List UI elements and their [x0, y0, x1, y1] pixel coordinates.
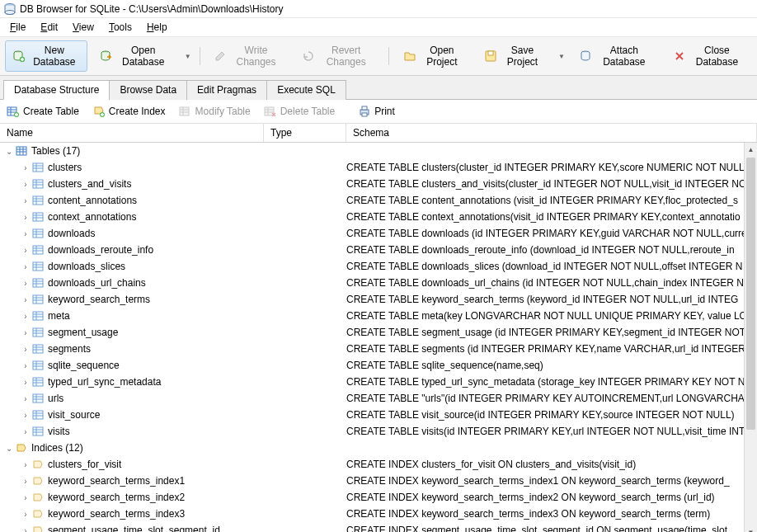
group-index[interactable]: ⌄Indices (12): [0, 440, 757, 456]
menu-edit[interactable]: Edit: [34, 20, 64, 35]
tree-body[interactable]: ⌄Tables (17)›clustersCREATE TABLE cluste…: [0, 143, 757, 532]
delete-table-button[interactable]: Delete Table: [264, 105, 336, 118]
expander-icon[interactable]: ›: [20, 394, 31, 403]
row-schema: CREATE INDEX keyword_search_terms_index1…: [346, 475, 757, 487]
table-row[interactable]: ›typed_url_sync_metadataCREATE TABLE typ…: [0, 374, 757, 390]
index-row[interactable]: ›segment_usage_time_slot_segment_idCREAT…: [0, 522, 757, 532]
column-type[interactable]: Type: [264, 124, 346, 142]
svg-rect-18: [33, 180, 43, 188]
expander-icon[interactable]: ›: [20, 361, 31, 370]
group-table[interactable]: ⌄Tables (17): [0, 143, 757, 159]
close-database-button[interactable]: Close Database: [665, 40, 752, 72]
open-project-button[interactable]: Open Project: [396, 40, 472, 72]
scrollbar-thumb[interactable]: [746, 158, 755, 430]
menu-help[interactable]: Help: [140, 20, 174, 35]
open-database-dropdown[interactable]: ▼: [183, 53, 193, 60]
expander-icon[interactable]: ›: [20, 477, 31, 486]
tab-execute-sql[interactable]: Execute SQL: [266, 80, 346, 100]
column-name[interactable]: Name: [0, 124, 264, 142]
index-row[interactable]: ›keyword_search_terms_index1CREATE INDEX…: [0, 473, 757, 489]
index-row[interactable]: ›keyword_search_terms_index3CREATE INDEX…: [0, 506, 757, 522]
expander-icon[interactable]: ›: [20, 427, 31, 436]
svg-rect-21: [33, 229, 43, 238]
modify-table-label: Modify Table: [195, 106, 251, 117]
tab-edit-pragmas[interactable]: Edit Pragmas: [186, 80, 267, 100]
expander-icon[interactable]: ›: [20, 279, 31, 288]
expander-icon[interactable]: ›: [20, 246, 31, 255]
toolbar-separator: [388, 47, 389, 65]
table-row[interactable]: ›downloadsCREATE TABLE downloads (id INT…: [0, 225, 757, 242]
row-label: segment_usage_time_slot_segment_id: [48, 525, 220, 532]
print-button[interactable]: Print: [358, 105, 395, 118]
expander-icon[interactable]: ›: [20, 180, 31, 189]
scrollbar-down-icon[interactable]: ▼: [745, 525, 757, 532]
expander-icon[interactable]: ›: [20, 493, 31, 502]
tab-browse-data[interactable]: Browse Data: [109, 80, 187, 100]
expander-icon[interactable]: ›: [20, 262, 31, 271]
row-schema: CREATE TABLE visit_source(id INTEGER PRI…: [346, 409, 757, 421]
expander-icon[interactable]: ›: [20, 229, 31, 238]
table-row[interactable]: ›clustersCREATE TABLE clusters(cluster_i…: [0, 159, 757, 176]
menu-view[interactable]: View: [66, 20, 101, 35]
expander-icon[interactable]: ›: [20, 213, 31, 222]
index-icon: [31, 507, 45, 520]
save-project-dropdown[interactable]: ▼: [557, 53, 567, 60]
menu-tools[interactable]: Tools: [102, 20, 139, 35]
expander-icon[interactable]: ›: [20, 163, 31, 172]
table-row[interactable]: ›content_annotationsCREATE TABLE content…: [0, 192, 757, 209]
menu-file[interactable]: File: [3, 20, 32, 35]
table-row[interactable]: ›urlsCREATE TABLE "urls"(id INTEGER PRIM…: [0, 390, 757, 407]
tab-database-structure[interactable]: Database Structure: [3, 80, 110, 100]
expander-icon[interactable]: ›: [20, 345, 31, 354]
row-schema: CREATE TABLE segments (id INTEGER PRIMAR…: [346, 343, 757, 355]
table-row[interactable]: ›clusters_and_visitsCREATE TABLE cluster…: [0, 176, 757, 192]
create-table-button[interactable]: Create Table: [7, 105, 79, 118]
table-row[interactable]: ›downloads_reroute_infoCREATE TABLE down…: [0, 242, 757, 258]
scrollbar[interactable]: ▲ ▼: [744, 143, 757, 532]
expander-icon[interactable]: ›: [20, 460, 31, 469]
expander-icon[interactable]: ›: [20, 328, 31, 337]
create-index-button[interactable]: Create Index: [92, 105, 166, 118]
attach-database-button[interactable]: Attach Database: [571, 40, 661, 72]
save-project-button[interactable]: Save Project: [477, 40, 552, 72]
revert-changes-button[interactable]: Revert Changes: [294, 40, 382, 72]
table-row[interactable]: ›downloads_url_chainsCREATE TABLE downlo…: [0, 275, 757, 291]
create-table-label: Create Table: [23, 106, 79, 117]
column-schema[interactable]: Schema: [346, 124, 757, 142]
row-schema: CREATE TABLE context_annotations(visit_i…: [346, 211, 757, 223]
scrollbar-up-icon[interactable]: ▲: [745, 143, 757, 156]
table-row[interactable]: ›downloads_slicesCREATE TABLE downloads_…: [0, 258, 757, 275]
row-schema: CREATE TABLE meta(key LONGVARCHAR NOT NU…: [346, 310, 757, 322]
expander-icon[interactable]: ›: [20, 378, 31, 387]
revert-changes-label: Revert Changes: [318, 45, 374, 68]
expander-icon[interactable]: ›: [20, 411, 31, 420]
row-schema: CREATE TABLE downloads_slices (download_…: [346, 261, 757, 272]
row-schema: CREATE TABLE segment_usage (id INTEGER P…: [346, 327, 757, 338]
expander-icon[interactable]: ›: [20, 196, 31, 205]
table-row[interactable]: ›metaCREATE TABLE meta(key LONGVARCHAR N…: [0, 308, 757, 324]
expander-icon[interactable]: ›: [20, 295, 31, 304]
row-schema: CREATE TABLE downloads_reroute_info (dow…: [346, 244, 757, 256]
table-row[interactable]: ›visitsCREATE TABLE visits(id INTEGER PR…: [0, 423, 757, 440]
table-row[interactable]: ›segment_usageCREATE TABLE segment_usage…: [0, 324, 757, 341]
table-row[interactable]: ›sqlite_sequenceCREATE TABLE sqlite_sequ…: [0, 357, 757, 374]
expander-icon[interactable]: ›: [20, 510, 31, 519]
svg-rect-30: [33, 378, 43, 386]
close-database-label: Close Database: [689, 45, 745, 68]
table-row[interactable]: ›segmentsCREATE TABLE segments (id INTEG…: [0, 341, 757, 357]
index-row[interactable]: ›clusters_for_visitCREATE INDEX clusters…: [0, 456, 757, 473]
modify-table-button[interactable]: Modify Table: [179, 105, 251, 118]
new-database-button[interactable]: New Database: [5, 40, 87, 72]
expander-icon[interactable]: ⌄: [3, 444, 15, 453]
table-icon: [31, 293, 45, 306]
expander-icon[interactable]: ›: [20, 312, 31, 321]
table-row[interactable]: ›context_annotationsCREATE TABLE context…: [0, 209, 757, 225]
table-row[interactable]: ›keyword_search_termsCREATE TABLE keywor…: [0, 291, 757, 308]
expander-icon[interactable]: ›: [20, 526, 31, 533]
index-row[interactable]: ›keyword_search_terms_index2CREATE INDEX…: [0, 489, 757, 506]
table-row[interactable]: ›visit_sourceCREATE TABLE visit_source(i…: [0, 407, 757, 423]
expander-icon[interactable]: ⌄: [3, 147, 15, 156]
write-changes-button[interactable]: Write Changes: [206, 40, 289, 72]
row-label: keyword_search_terms_index3: [48, 508, 185, 520]
open-database-button[interactable]: Open Database: [92, 40, 178, 72]
